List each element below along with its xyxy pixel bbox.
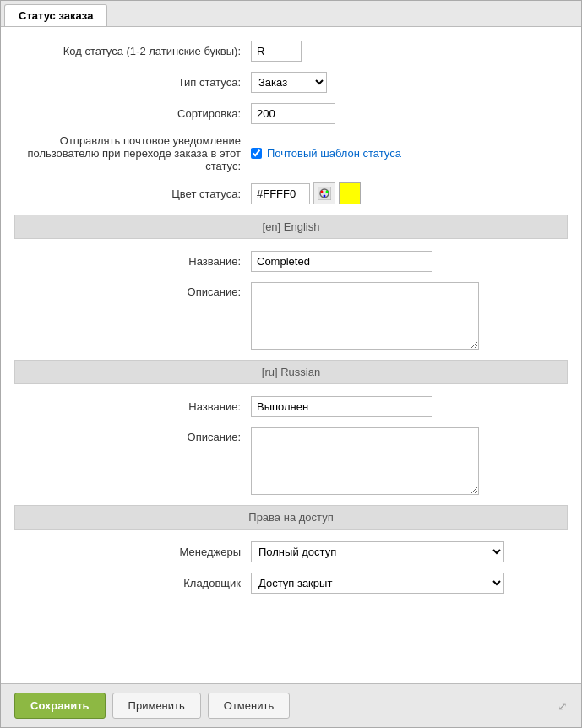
tab-order-status[interactable]: Статус заказа <box>4 4 107 26</box>
cancel-button[interactable]: Отменить <box>208 693 290 719</box>
ru-description-label: Описание: <box>14 427 251 443</box>
color-label: Цвет статуса: <box>14 187 251 200</box>
section-en-header: [en] English <box>14 215 568 239</box>
status-code-label: Код статуса (1-2 латинские буквы): <box>14 45 251 57</box>
ru-name-row: Название: <box>14 396 568 417</box>
color-row: Цвет статуса: <box>14 182 568 204</box>
ru-description-row: Описание: <box>14 427 568 495</box>
svg-point-2 <box>321 191 324 193</box>
email-notify-row: Отправлять почтовое уведомление пользова… <box>14 134 568 172</box>
tab-bar: Статус заказа <box>1 1 581 27</box>
en-description-row: Описание: <box>14 282 568 350</box>
status-code-wrap <box>251 41 568 62</box>
managers-label: Менеджеры <box>14 546 251 558</box>
email-notify-label: Отправлять почтовое уведомление пользова… <box>14 134 251 172</box>
ru-name-wrap <box>251 396 568 417</box>
email-notify-wrap: Почтовый шаблон статуса <box>251 147 568 160</box>
en-name-label: Название: <box>14 255 251 268</box>
color-wrap <box>251 182 568 204</box>
sort-input[interactable] <box>251 103 335 124</box>
status-type-wrap: Заказ Предзаказ <box>251 72 568 93</box>
warehouse-row: Кладовщик Полный доступ Только чтение До… <box>14 573 568 594</box>
status-type-select[interactable]: Заказ Предзаказ <box>251 72 327 93</box>
color-picker-button[interactable] <box>313 182 335 204</box>
status-code-row: Код статуса (1-2 латинские буквы): <box>14 41 568 62</box>
email-notify-checkbox[interactable] <box>251 148 262 159</box>
ru-name-label: Название: <box>14 400 251 413</box>
ru-name-input[interactable] <box>251 396 432 417</box>
content-area: Код статуса (1-2 латинские буквы): Тип с… <box>1 27 581 683</box>
managers-wrap: Полный доступ Только чтение Доступ закры… <box>251 541 568 562</box>
status-type-label: Тип статуса: <box>14 76 251 89</box>
color-input[interactable] <box>251 183 310 204</box>
color-preview-box[interactable] <box>339 182 361 204</box>
resize-handle[interactable]: ⤢ <box>558 699 568 713</box>
ru-description-textarea[interactable] <box>251 427 479 495</box>
svg-point-4 <box>324 195 326 198</box>
footer-bar: Сохранить Применить Отменить ⤢ <box>1 683 581 727</box>
warehouse-label: Кладовщик <box>14 577 251 589</box>
svg-point-3 <box>326 191 329 193</box>
color-picker-icon <box>318 187 331 200</box>
managers-row: Менеджеры Полный доступ Только чтение До… <box>14 541 568 562</box>
en-description-label: Описание: <box>14 282 251 298</box>
sort-label: Сортировка: <box>14 107 251 120</box>
en-name-wrap <box>251 251 568 272</box>
managers-select[interactable]: Полный доступ Только чтение Доступ закры… <box>251 541 504 562</box>
warehouse-select[interactable]: Полный доступ Только чтение Доступ закры… <box>251 573 504 594</box>
sort-row: Сортировка: <box>14 103 568 124</box>
status-code-input[interactable] <box>251 41 302 62</box>
warehouse-wrap: Полный доступ Только чтение Доступ закры… <box>251 573 568 594</box>
en-name-row: Название: <box>14 251 568 272</box>
en-name-input[interactable] <box>251 251 432 272</box>
save-button[interactable]: Сохранить <box>14 693 106 719</box>
apply-button[interactable]: Применить <box>112 693 201 719</box>
email-template-link[interactable]: Почтовый шаблон статуса <box>267 147 401 160</box>
status-type-row: Тип статуса: Заказ Предзаказ <box>14 72 568 93</box>
section-ru-header: [ru] Russian <box>14 360 568 384</box>
section-access-header: Права на доступ <box>14 505 568 530</box>
sort-wrap <box>251 103 568 124</box>
en-description-wrap <box>251 282 568 350</box>
ru-description-wrap <box>251 427 568 495</box>
main-window: Статус заказа Код статуса (1-2 латинские… <box>0 0 582 728</box>
en-description-textarea[interactable] <box>251 282 479 350</box>
